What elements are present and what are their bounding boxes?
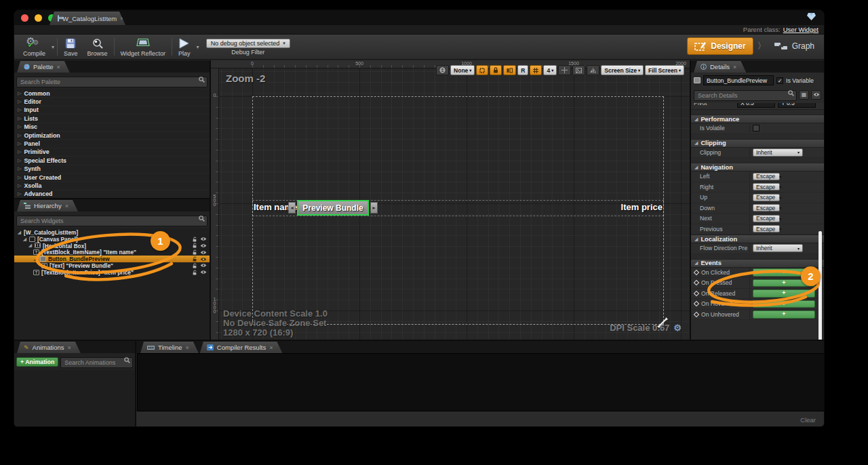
play-button[interactable]: Play xyxy=(174,36,195,58)
palette-category-input[interactable]: ▷Input xyxy=(14,106,210,115)
palette-tab-close-icon[interactable]: × xyxy=(57,64,60,70)
palette-category-user-created[interactable]: ▷User Created xyxy=(14,174,210,182)
widget-name-input[interactable] xyxy=(703,75,774,85)
designer-canvas[interactable]: 0 500 1000 1500 2000 0 500 1000 Zoom -2 … xyxy=(211,60,690,340)
collapse-arrow-icon[interactable]: ◢ xyxy=(22,237,27,242)
palette-category-advanced[interactable]: ▷Advanced xyxy=(14,190,210,198)
eye-icon[interactable] xyxy=(200,250,207,255)
widget-reflector-button[interactable]: Widget Reflector xyxy=(116,36,171,58)
animations-list[interactable] xyxy=(14,370,135,427)
canvas-itemprice-text[interactable]: Item price xyxy=(621,202,663,212)
lock-toggle-button[interactable] xyxy=(490,65,502,75)
details-tab[interactable]: Details × xyxy=(694,61,746,73)
play-options-caret[interactable]: ▾ xyxy=(197,44,199,50)
timeline-tab-close-icon[interactable]: × xyxy=(186,344,189,351)
add-on-unhovered-event-button[interactable]: + xyxy=(753,310,815,319)
nav-left-dropdown[interactable]: Escape▾ xyxy=(753,173,780,180)
view-options-eye-button[interactable] xyxy=(811,90,821,100)
compile-button[interactable]: ⚙⚙✓ Compile xyxy=(18,36,50,58)
fill-screen-dropdown[interactable]: Fill Screen▾ xyxy=(645,65,684,75)
details-scrollbar[interactable] xyxy=(818,231,822,340)
palette-category-special-effects[interactable]: ▷Special Effects xyxy=(14,157,210,165)
graph-mode-button[interactable]: Graph xyxy=(770,41,818,51)
hierarchy-search-input[interactable] xyxy=(16,216,208,226)
save-button[interactable]: Save xyxy=(59,36,83,58)
debug-object-dropdown[interactable]: No debug object selected ▾ xyxy=(206,39,290,48)
nav-up-dropdown[interactable]: Escape▾ xyxy=(753,194,780,201)
tree-row-text-preview-bundle[interactable]: T [Text] "Preview Bundle" xyxy=(14,262,210,269)
flag-dropdown[interactable]: None▾ xyxy=(450,65,475,75)
lock-icon[interactable] xyxy=(192,237,197,242)
lock-icon[interactable] xyxy=(192,243,197,248)
nav-previous-dropdown[interactable]: Escape▾ xyxy=(753,225,780,232)
animations-tab[interactable]: ✎ Animations × xyxy=(17,342,81,353)
palette-category-primitive[interactable]: ▷Primitive xyxy=(14,148,210,157)
nav-right-dropdown[interactable]: Escape▾ xyxy=(753,183,780,190)
minimize-window-button[interactable] xyxy=(35,14,42,22)
tree-row-horizontal-box[interactable]: ◢ [Horizontal Box] xyxy=(14,243,210,249)
preview-background-button[interactable] xyxy=(572,65,585,75)
palette-category-common[interactable]: ▷Common xyxy=(14,89,210,98)
palette-tab[interactable]: Palette × xyxy=(17,61,70,73)
dpi-settings-gear-icon[interactable]: ⚙ xyxy=(673,323,682,333)
eye-icon[interactable] xyxy=(200,257,207,262)
hierarchy-tab[interactable]: Hierarchy × xyxy=(17,200,78,211)
category-clipping[interactable]: ◢ Clipping xyxy=(691,139,824,148)
browse-button[interactable]: Browse xyxy=(83,36,113,58)
tree-row-button-bundlepreview[interactable]: ◢ Button_BundlePreview xyxy=(14,256,210,262)
palette-category-lists[interactable]: ▷Lists xyxy=(14,115,210,123)
palette-category-panel[interactable]: ▷Panel xyxy=(14,140,210,148)
grid-snap-button[interactable] xyxy=(530,65,542,75)
add-on-released-event-button[interactable]: + xyxy=(753,289,815,298)
canvas-preview-bundle-button[interactable]: Preview Bundle xyxy=(297,200,369,216)
animations-tab-close-icon[interactable]: × xyxy=(68,344,71,351)
is-volatile-checkbox[interactable] xyxy=(753,125,760,132)
resize-handle-left[interactable]: ◄ xyxy=(288,202,296,214)
lock-icon[interactable] xyxy=(192,270,197,275)
palette-category-optimization[interactable]: ▷Optimization xyxy=(14,132,210,140)
resize-handle-right[interactable]: ► xyxy=(370,202,378,214)
screen-size-dropdown[interactable]: Screen Size▾ xyxy=(601,65,644,75)
live-preview-button[interactable]: R xyxy=(517,65,528,75)
collapse-arrow-icon[interactable]: ◢ xyxy=(33,256,38,262)
pivot-y-field[interactable]: Y 0.5 xyxy=(778,103,816,108)
compile-options-caret[interactable]: ▾ xyxy=(52,44,54,50)
lock-icon[interactable] xyxy=(192,263,197,268)
lock-icon[interactable] xyxy=(192,256,197,262)
anchor-visual-button[interactable] xyxy=(558,65,571,75)
collapse-arrow-icon[interactable]: ◢ xyxy=(28,243,33,248)
collapse-arrow-icon[interactable]: ◢ xyxy=(17,230,22,235)
category-localization[interactable]: ◢ Localization xyxy=(691,235,824,243)
flip-preview-button[interactable] xyxy=(587,65,599,75)
snap-size-dropdown[interactable]: 4▾ xyxy=(543,65,557,75)
hierarchy-tab-close-icon[interactable]: × xyxy=(65,203,68,209)
designer-mode-button[interactable]: Designer xyxy=(687,37,753,55)
category-events[interactable]: ◢ Events xyxy=(691,259,824,268)
eye-icon[interactable] xyxy=(200,243,207,248)
animations-search-input[interactable] xyxy=(60,357,133,368)
eye-icon[interactable] xyxy=(200,270,207,275)
details-tab-close-icon[interactable]: × xyxy=(733,64,736,70)
tree-row-textblock-itemprice[interactable]: T [TextBlock_ItemPrice] "Item price" xyxy=(14,269,210,276)
outline-toggle-button[interactable] xyxy=(476,65,488,75)
timeline-tab[interactable]: Timeline × xyxy=(140,342,199,353)
tree-row-textblock-itemname[interactable]: T [TextBlock_ItemName] "Item name" xyxy=(14,249,210,256)
palette-search-input[interactable] xyxy=(16,77,208,87)
compiler-results-tab[interactable]: Compiler Results × xyxy=(200,342,283,353)
asset-tab-close-icon[interactable]: × xyxy=(120,15,123,22)
asset-tab[interactable]: W_CatalogListItem × xyxy=(50,12,125,25)
palette-category-xsolla[interactable]: ▷Xsolla xyxy=(14,182,210,190)
flow-direction-dropdown[interactable]: Inherit▾ xyxy=(753,244,803,252)
nav-down-dropdown[interactable]: Escape▾ xyxy=(753,204,780,211)
pivot-x-field[interactable]: X 0.5 xyxy=(737,103,775,108)
category-navigation[interactable]: ◢ Navigation xyxy=(691,163,824,171)
respect-locks-button[interactable] xyxy=(503,65,516,75)
compiler-tab-close-icon[interactable]: × xyxy=(269,344,273,351)
tree-row-canvas-panel[interactable]: ◢ [Canvas Panel] xyxy=(14,236,210,243)
category-performance[interactable]: ◢ Performance xyxy=(691,115,824,123)
clipping-dropdown[interactable]: Inherit▾ xyxy=(753,148,803,157)
parent-class-link[interactable]: User Widget xyxy=(783,26,818,33)
palette-category-editor[interactable]: ▷Editor xyxy=(14,98,210,106)
palette-category-misc[interactable]: ▷Misc xyxy=(14,123,210,132)
add-on-hovered-event-button[interactable]: + xyxy=(753,300,815,308)
